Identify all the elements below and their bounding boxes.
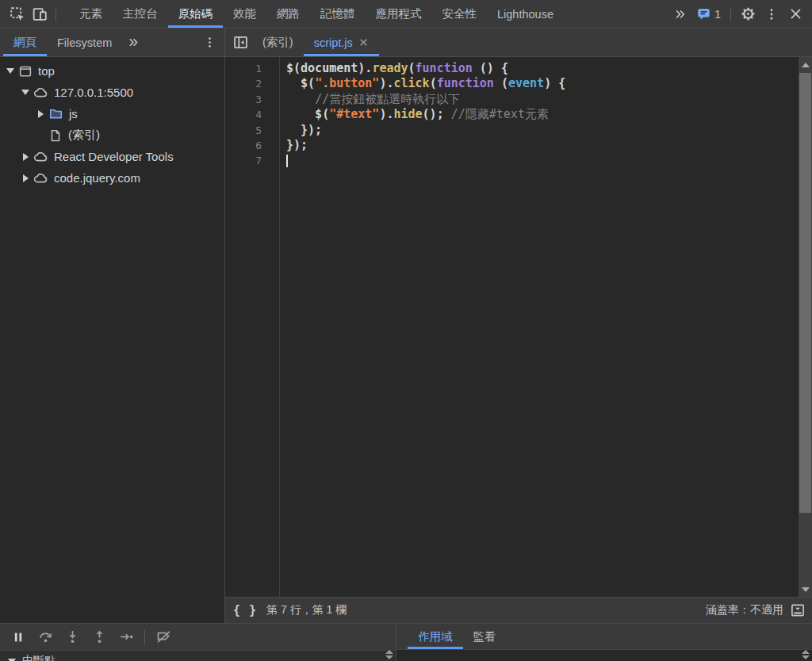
more-tabs-icon[interactable] bbox=[668, 4, 691, 25]
scope-scrollbar[interactable] bbox=[802, 650, 810, 659]
main-tab-network-label: 網路 bbox=[277, 6, 300, 21]
editor-tab-index[interactable]: (索引) bbox=[252, 29, 304, 56]
main-tab-performance-label: 效能 bbox=[233, 6, 256, 21]
tree-item-127.0.0.1-5500[interactable]: 127.0.0.1:5500 bbox=[0, 82, 224, 103]
tree-item--[interactable]: (索引) bbox=[0, 124, 224, 146]
cloud-icon bbox=[33, 170, 48, 185]
inspect-icon[interactable] bbox=[6, 4, 29, 25]
tree-item-code.jquery.com[interactable]: code.jquery.com bbox=[0, 167, 224, 189]
code-line-6[interactable]: }); bbox=[286, 138, 812, 153]
tree-caret-icon[interactable] bbox=[5, 68, 16, 74]
token-plain: ) { bbox=[544, 76, 565, 90]
token-func: ready bbox=[372, 61, 408, 75]
tree-item-label: top bbox=[38, 64, 55, 78]
navigator-more-tabs-icon[interactable] bbox=[122, 29, 143, 56]
deactivate-breakpoints-icon[interactable] bbox=[150, 626, 177, 648]
main-tab-security-label: 安全性 bbox=[442, 6, 477, 21]
cloud-icon bbox=[33, 149, 48, 164]
step-over-icon[interactable] bbox=[32, 626, 59, 648]
debugger-tab-scope[interactable]: 作用域 bbox=[408, 624, 463, 649]
line-number[interactable]: 7 bbox=[225, 153, 262, 168]
tree-caret-icon[interactable] bbox=[20, 153, 31, 161]
editor-tab-scriptjs-label: script.js bbox=[314, 36, 353, 49]
nav-tab-filesystem[interactable]: Filesystem bbox=[47, 29, 122, 56]
editor-tab-index-label: (索引) bbox=[262, 35, 293, 50]
tree-caret-icon[interactable] bbox=[35, 110, 46, 118]
main-tab-elements[interactable]: 元素 bbox=[69, 0, 113, 28]
device-toolbar-icon[interactable] bbox=[29, 4, 51, 25]
main-tab-application-label: 應用程式 bbox=[376, 6, 422, 21]
main-tab-sources[interactable]: 原始碼 bbox=[168, 0, 224, 28]
editor-tab-scriptjs[interactable]: script.js bbox=[304, 29, 379, 56]
nav-tab-page[interactable]: 網頁 bbox=[3, 29, 47, 56]
code-editor[interactable]: 1234567 $(document).ready(function () { … bbox=[225, 57, 812, 597]
gear-icon[interactable] bbox=[736, 4, 760, 25]
token-plain: }); bbox=[286, 123, 322, 137]
code-line-5[interactable]: }); bbox=[286, 123, 812, 138]
main-tab-network[interactable]: 網路 bbox=[266, 0, 310, 28]
coverage-status: 涵蓋率：不適用 bbox=[706, 603, 783, 617]
line-number[interactable]: 3 bbox=[225, 92, 262, 107]
step-icon[interactable] bbox=[113, 626, 140, 648]
step-into-icon[interactable] bbox=[59, 626, 86, 648]
code-line-2[interactable]: $(".button").click(function (event) { bbox=[286, 76, 812, 91]
line-number-gutter: 1234567 bbox=[225, 57, 280, 597]
editor-scrollbar[interactable] bbox=[799, 57, 812, 597]
step-out-icon[interactable] bbox=[86, 626, 113, 648]
code-line-3[interactable]: //當按鈕被點選時執行以下 bbox=[286, 92, 812, 107]
kebab-menu-icon[interactable] bbox=[760, 4, 783, 25]
tree-item-top[interactable]: top bbox=[0, 60, 224, 82]
main-tab-lighthouse[interactable]: Lighthouse bbox=[487, 0, 564, 28]
token-func: hide bbox=[393, 107, 422, 121]
tree-item-js[interactable]: js bbox=[0, 103, 224, 124]
main-tab-console[interactable]: 主控台 bbox=[113, 0, 168, 28]
line-number[interactable]: 6 bbox=[225, 138, 262, 153]
token-string: "#text" bbox=[329, 107, 379, 121]
token-plain bbox=[286, 92, 315, 106]
debugger-tab-watch[interactable]: 監看 bbox=[463, 624, 507, 649]
issues-icon bbox=[696, 6, 711, 21]
code-area[interactable]: $(document).ready(function () { $(".butt… bbox=[280, 57, 812, 597]
main-tab-elements-label: 元素 bbox=[79, 6, 102, 21]
scroll-up-icon[interactable] bbox=[799, 58, 812, 71]
toolbar-divider bbox=[56, 7, 56, 21]
line-number[interactable]: 2 bbox=[225, 76, 262, 91]
tree-item-label: code.jquery.com bbox=[54, 171, 140, 185]
code-line-7[interactable] bbox=[286, 153, 812, 168]
spacer bbox=[143, 29, 199, 56]
close-tab-icon[interactable] bbox=[358, 37, 369, 48]
token-plain: ). bbox=[379, 107, 393, 121]
collapse-navigator-icon[interactable] bbox=[228, 29, 252, 56]
issues-button[interactable]: 1 bbox=[691, 4, 726, 25]
code-line-1[interactable]: $(document).ready(function () { bbox=[286, 61, 812, 76]
main-tab-memory[interactable]: 記憶體 bbox=[310, 0, 366, 28]
main-tab-performance[interactable]: 效能 bbox=[223, 0, 266, 28]
tree-caret-icon[interactable] bbox=[20, 90, 31, 95]
coverage-panel-icon[interactable] bbox=[790, 602, 806, 618]
scroll-up-icon bbox=[385, 650, 393, 654]
debugger-right-pane: 作用域監看 bbox=[396, 624, 812, 661]
folder-icon bbox=[48, 106, 63, 121]
main-tab-application[interactable]: 應用程式 bbox=[366, 0, 432, 28]
tree-item-react-developer-tools[interactable]: React Developer Tools bbox=[0, 146, 224, 167]
tree-caret-icon[interactable] bbox=[20, 174, 31, 182]
token-plain: $( bbox=[286, 76, 315, 90]
pretty-print-button[interactable]: { } bbox=[233, 603, 257, 617]
line-number[interactable]: 5 bbox=[225, 123, 262, 138]
editor-tab-bar: (索引)script.js bbox=[252, 29, 379, 56]
toolbar-left-icons bbox=[0, 0, 61, 28]
navigator-kebab-menu-icon[interactable] bbox=[199, 29, 220, 56]
scrollbar-thumb[interactable] bbox=[799, 73, 811, 513]
sources-content: top127.0.0.1:5500js(索引)React Developer T… bbox=[0, 57, 812, 623]
breakpoints-scrollbar[interactable] bbox=[385, 650, 393, 659]
breakpoints-label: 中斷點 bbox=[22, 654, 56, 661]
close-icon[interactable] bbox=[783, 4, 807, 25]
token-plain: ( bbox=[430, 76, 437, 90]
line-number[interactable]: 1 bbox=[225, 61, 262, 76]
pause-icon[interactable] bbox=[5, 626, 32, 648]
main-tab-security[interactable]: 安全性 bbox=[432, 0, 488, 28]
line-number[interactable]: 4 bbox=[225, 107, 262, 122]
breakpoints-section-header[interactable]: 中斷點 bbox=[0, 651, 396, 661]
code-line-4[interactable]: $("#text").hide(); //隱藏#text元素 bbox=[286, 107, 812, 122]
scroll-down-icon[interactable] bbox=[799, 583, 812, 596]
